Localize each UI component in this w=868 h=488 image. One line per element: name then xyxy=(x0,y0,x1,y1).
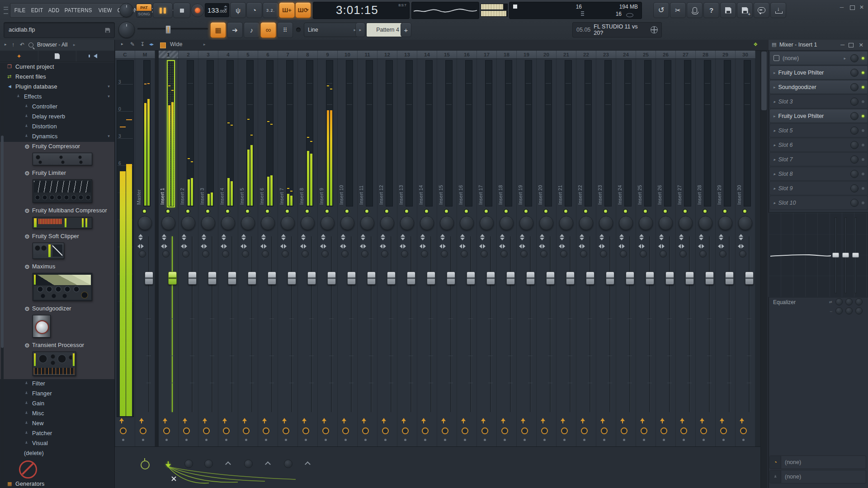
aux-knob[interactable] xyxy=(560,250,567,258)
mute-led[interactable] xyxy=(723,210,726,213)
pan-knob[interactable] xyxy=(718,216,732,230)
route-to-master-icon[interactable] xyxy=(441,418,446,421)
fader-track[interactable] xyxy=(231,236,232,412)
fx-slot-enable-led[interactable] xyxy=(862,57,864,60)
save-as-button[interactable]: + xyxy=(737,2,753,18)
volume-fader-17[interactable] xyxy=(486,272,495,285)
channel-number-8[interactable]: 8 xyxy=(298,51,318,58)
browser-item-soundgoodizer[interactable]: ⚙Soundgoodizer xyxy=(0,304,114,341)
fader-track[interactable] xyxy=(212,236,212,412)
record-arm-switch[interactable] xyxy=(601,427,608,434)
route-to-master-icon[interactable] xyxy=(660,418,665,421)
fx-slot-enable-led[interactable] xyxy=(862,158,864,161)
fx-slot-7[interactable]: ▸Slot 7 xyxy=(769,152,868,166)
volume-fader-16[interactable] xyxy=(467,272,475,285)
mute-led[interactable] xyxy=(465,210,468,213)
route-to-master-icon[interactable] xyxy=(342,418,346,421)
link-controller-button[interactable]: ∞ xyxy=(260,22,276,38)
channel-number-20[interactable]: 20 xyxy=(537,51,557,58)
pan-arrows[interactable] xyxy=(380,242,386,250)
mixer-view-label[interactable]: Wide xyxy=(170,41,182,47)
pan-knob[interactable] xyxy=(321,216,335,230)
toolbar-grip-icon[interactable] xyxy=(4,7,8,14)
mute-led[interactable] xyxy=(326,210,329,213)
fader-track[interactable] xyxy=(470,236,471,412)
mute-led[interactable] xyxy=(445,210,448,213)
fx-slot-mix-knob[interactable] xyxy=(850,98,859,106)
channel-number-12[interactable]: 12 xyxy=(377,51,397,58)
volume-fader-28[interactable] xyxy=(705,272,714,285)
fader-track[interactable] xyxy=(311,236,312,412)
route-to-master-icon[interactable] xyxy=(541,418,545,421)
channel-number-29[interactable]: 29 xyxy=(716,51,736,58)
channel-number-11[interactable]: 11 xyxy=(358,51,377,58)
volume-fader-11[interactable] xyxy=(367,272,376,285)
pan-arrows[interactable] xyxy=(698,242,704,250)
mixer-plugin-picker-icon[interactable]: ↧ xyxy=(140,41,145,47)
fx-slot-mix-knob[interactable] xyxy=(850,141,859,149)
tempo-spinner[interactable] xyxy=(224,5,227,10)
stereo-sep-arrows[interactable] xyxy=(460,234,465,240)
route-to-master-icon[interactable] xyxy=(222,418,227,421)
pan-arrows[interactable] xyxy=(300,242,307,250)
fader-track[interactable] xyxy=(649,236,650,412)
note-tool-button[interactable]: ♪ xyxy=(244,22,259,38)
pan-knob[interactable] xyxy=(181,216,195,230)
channel-number-15[interactable]: 15 xyxy=(437,51,457,58)
record-arm-switch[interactable] xyxy=(621,427,627,434)
pattern-selector[interactable]: Pattern 4 xyxy=(366,23,406,37)
pan-arrows[interactable] xyxy=(579,242,585,250)
fader-track[interactable] xyxy=(609,236,610,412)
record-arm-switch[interactable] xyxy=(720,427,727,434)
record-arm-switch[interactable] xyxy=(163,427,170,434)
route-to-master-icon[interactable] xyxy=(183,418,187,421)
plugin-thumbnail-compressor[interactable] xyxy=(33,153,92,165)
volume-fader-2[interactable] xyxy=(188,272,197,285)
pan-knob[interactable] xyxy=(380,216,394,230)
pan-arrows[interactable] xyxy=(439,242,446,250)
stereo-sep-arrows[interactable] xyxy=(540,234,544,240)
fader-track[interactable] xyxy=(590,236,590,412)
aux-knob[interactable] xyxy=(361,250,368,258)
stop-button[interactable] xyxy=(173,3,190,18)
master-pitch-slider-handle[interactable] xyxy=(165,25,171,34)
volume-fader-12[interactable] xyxy=(387,272,396,285)
menu-view[interactable]: VIEW xyxy=(96,7,114,14)
mute-led[interactable] xyxy=(246,210,249,213)
pan-arrows[interactable] xyxy=(658,242,665,250)
fader-track[interactable] xyxy=(192,236,193,412)
pan-arrows[interactable] xyxy=(221,242,227,250)
stereo-sep-arrows[interactable] xyxy=(480,234,485,240)
record-arm-switch[interactable] xyxy=(223,427,230,434)
stereo-sep-arrows[interactable] xyxy=(182,234,186,240)
fx-slot-10[interactable]: ▸Slot 10 xyxy=(769,196,868,210)
fx-slot-5[interactable]: ▸Slot 5 xyxy=(769,123,868,137)
mixer-swap-icon[interactable]: ◂▸ xyxy=(149,42,154,47)
route-to-master-icon[interactable] xyxy=(521,418,525,421)
pan-arrows[interactable] xyxy=(181,242,187,250)
import-export-button[interactable] xyxy=(770,2,786,18)
aux-knob[interactable] xyxy=(401,250,408,258)
channel-number-28[interactable]: 28 xyxy=(696,51,716,58)
resource-panel[interactable]: 16 194 MB 16 xyxy=(509,2,642,19)
pan-arrows[interactable] xyxy=(360,242,366,250)
channel-number-9[interactable]: 9 xyxy=(318,51,338,58)
fx-slot-enable-led[interactable] xyxy=(862,202,864,204)
fader-track[interactable] xyxy=(629,236,630,412)
stereo-sep-arrows[interactable] xyxy=(599,234,604,240)
route-to-master-icon[interactable] xyxy=(262,418,267,421)
browser-item-effects[interactable]: ♆Effects▾ xyxy=(0,92,114,102)
record-arm-switch[interactable] xyxy=(700,427,707,434)
fader-track[interactable] xyxy=(331,236,332,412)
stereo-sep-arrows[interactable] xyxy=(162,234,166,240)
record-arm-switch[interactable] xyxy=(422,427,429,434)
pan-arrows[interactable] xyxy=(459,242,466,250)
slot-arrow-icon[interactable]: ▸ xyxy=(774,70,776,75)
mute-led[interactable] xyxy=(544,210,547,213)
fader-track[interactable] xyxy=(530,236,531,412)
pan-knob[interactable] xyxy=(738,216,752,230)
browser-tab-snaps[interactable]: ✦ xyxy=(0,51,38,61)
eq-width-knob-3[interactable] xyxy=(855,307,863,314)
record-arm-switch[interactable] xyxy=(402,427,409,434)
pan-arrows[interactable] xyxy=(559,242,565,250)
